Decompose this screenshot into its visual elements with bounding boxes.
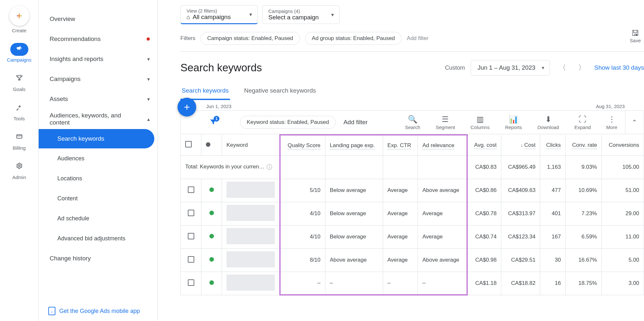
search-icon: 🔍 [408,115,418,124]
expctr-cell: Average [383,179,418,202]
keyword-redacted [226,275,275,291]
keyword-cell[interactable] [222,248,280,272]
th-landing-page-exp[interactable]: Landing page exp. [325,135,383,155]
nav-change-history[interactable]: Change history [39,248,158,268]
status-enabled-icon [209,211,214,215]
row-checkbox[interactable] [188,186,194,193]
clicks-cell: 167 [540,225,566,248]
total-clicks: 1,163 [540,155,566,179]
megaphone-icon [16,45,23,54]
conversions-cell: 11.00 [602,225,644,248]
lpe-cell: Below average [325,202,383,225]
card-icon [16,133,23,142]
date-range-selector[interactable]: Jun 1 – Aug 31, 2023 ▼ [471,60,550,75]
row-checkbox[interactable] [188,233,194,239]
lpe-cell: – [325,272,383,295]
create-label: Create [9,28,29,33]
add-filter-button[interactable]: Add filter [343,119,368,126]
th-keyword[interactable]: Keyword [222,135,280,155]
avgcost-cell: CA$0.86 [467,179,501,202]
filter-chip-campaign-status[interactable]: Campaign status: Enabled, Paused [200,32,300,45]
nav-locations[interactable]: Locations [39,168,158,188]
page-title: Search keywords [180,62,262,74]
download-icon: ⬇ [545,115,552,124]
show-last-30-link[interactable]: Show last 30 days [594,64,644,71]
nav-campaigns[interactable]: Campaigns ▾ [39,69,158,89]
prev-period-button[interactable]: 〈 [556,63,569,73]
keyword-cell[interactable] [222,272,280,295]
expctr-cell: Average [383,225,418,248]
nav-recommendations[interactable]: Recommendations [39,29,158,49]
adrel-cell: Average [418,225,467,248]
tab-search-keywords[interactable]: Search keywords [180,83,230,100]
quality-cell: 5/10 [280,179,325,202]
nav-search-keywords[interactable]: Search keywords [39,129,154,148]
nav-audiences-keywords[interactable]: Audiences, keywords, and content ▴ [39,109,158,129]
rail-campaigns[interactable]: Campaigns [7,43,32,63]
rail-tools[interactable]: Tools [10,102,28,121]
nav-ad-schedule[interactable]: Ad schedule [39,208,158,228]
left-rail: + Create Campaigns Goals Tools Billing A… [0,0,39,296]
keyword-cell[interactable] [222,179,280,202]
expand-action[interactable]: ⛶Expand [567,111,599,134]
row-checkbox[interactable] [188,279,194,286]
row-status-cell [201,272,222,295]
row-checkbox-cell [181,272,201,295]
nav-advanced-bid[interactable]: Advanced bid adjustments [39,228,158,248]
table-header-row: Keyword Quality Score Landing page exp. … [181,135,644,155]
next-period-button[interactable]: 〉 [575,63,589,73]
add-filter-link[interactable]: Add filter [407,35,428,42]
create-section: + Create [9,6,29,33]
keyword-cell[interactable] [222,225,280,248]
th-avg-cost[interactable]: Avg. cost [467,135,501,155]
cost-cell: CA$29.51 [501,248,540,272]
add-keyword-fab[interactable]: + [178,98,196,116]
th-clicks[interactable]: Clicks [540,135,566,155]
rail-goals[interactable]: Goals [10,72,28,92]
sort-down-icon: ↓ [521,143,523,148]
total-convrate: 9.03% [565,155,601,179]
th-ad-relevance[interactable]: Ad relevance [418,135,467,155]
filter-chip-adgroup-status[interactable]: Ad group status: Enabled, Paused [305,32,402,45]
rail-admin[interactable]: Admin [10,160,28,180]
save-button[interactable]: 🖫 Save [630,29,641,43]
nav-insights[interactable]: Insights and reports ▾ [39,49,158,69]
nav-assets[interactable]: Assets ▾ [39,89,158,109]
th-exp-ctr[interactable]: Exp. CTR [383,135,418,155]
rail-billing[interactable]: Billing [10,131,28,151]
tab-negative-keywords[interactable]: Negative search keywords [243,83,317,100]
quality-cell: 4/10 [280,225,325,248]
custom-label: Custom [445,65,465,71]
segment-action[interactable]: ☰Segment [428,111,463,134]
help-icon[interactable]: ⓘ [266,164,272,170]
row-checkbox-cell [181,179,201,202]
filter-icon-button[interactable]: 1 [209,118,217,127]
th-status [201,135,222,155]
th-conversions[interactable]: Conversions [602,135,644,155]
nav-audiences[interactable]: Audiences [39,148,158,168]
nav-overview[interactable]: Overview [39,9,158,29]
search-action[interactable]: 🔍Search [397,111,428,134]
create-button[interactable]: + [9,6,29,26]
keyword-cell[interactable] [222,202,280,225]
th-conv-rate[interactable]: Conv. rate [565,135,601,155]
campaign-selector[interactable]: Campaigns (4) Select a campaign ▼ [262,5,340,24]
total-row: Total: Keywords in your curren…ⓘ CA$0.83… [181,155,644,179]
keyword-redacted [226,182,275,198]
view-selector[interactable]: View (2 filters) ⌂All campaigns ▼ [180,5,258,24]
collapse-toolbar-button[interactable]: ⌃ [625,111,644,134]
convrate-cell: 16.67% [565,248,601,272]
th-quality-score[interactable]: Quality Score [280,135,325,155]
select-all-checkbox[interactable] [185,141,192,147]
keyword-status-chip[interactable]: Keyword status: Enabled, Paused [240,116,336,129]
more-action[interactable]: ⋮More [599,111,625,134]
row-checkbox[interactable] [188,210,194,216]
adrel-cell: Above average [418,179,467,202]
heading-row: Search keywords Custom Jun 1 – Aug 31, 2… [180,60,644,75]
th-cost[interactable]: ↓Cost [501,135,540,155]
nav-content[interactable]: Content [39,188,158,208]
download-action[interactable]: ⬇Download [530,111,567,134]
columns-action[interactable]: ▥Columns [463,111,497,134]
reports-action[interactable]: 📊Reports [497,111,530,134]
row-checkbox[interactable] [188,256,194,263]
